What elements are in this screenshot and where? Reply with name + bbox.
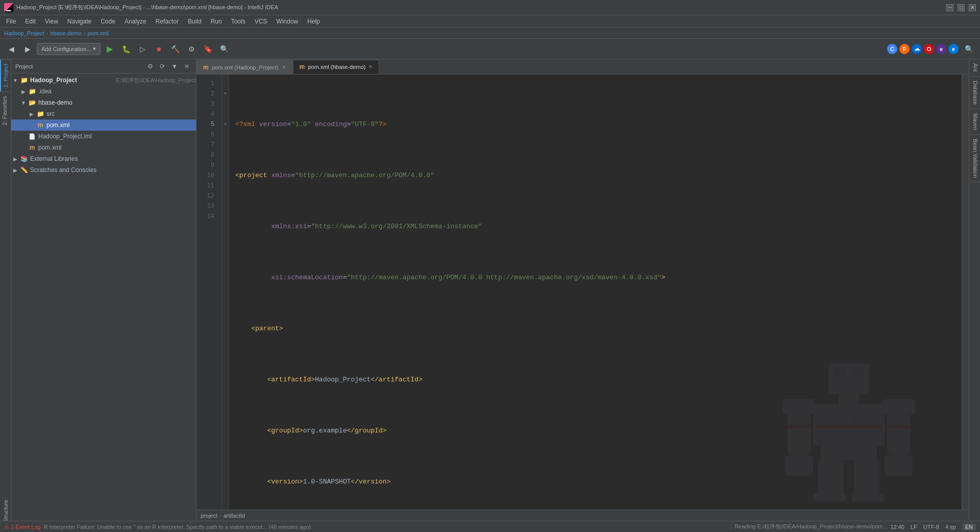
line-num-7: 7 xyxy=(197,140,217,150)
tab2-close-button[interactable]: ✕ xyxy=(369,64,373,69)
fold-11 xyxy=(222,181,229,191)
toolbar-settings-button[interactable]: ⚙ xyxy=(184,42,199,56)
status-indent[interactable]: 4 sp xyxy=(945,524,956,530)
line-num-9: 9 xyxy=(197,160,217,171)
tree-item-idea[interactable]: ▶ 📁 .idea xyxy=(11,86,196,97)
safari-icon[interactable]: ☁ xyxy=(912,44,922,54)
minimize-button[interactable]: ─ xyxy=(946,4,953,11)
chrome-icon[interactable]: C xyxy=(887,44,897,54)
menu-run[interactable]: Run xyxy=(207,17,226,26)
tab1-close-button[interactable]: ✕ xyxy=(282,64,286,70)
tree-arrow-scratch: ▶ xyxy=(11,167,19,173)
editor-right-gutter xyxy=(962,75,969,532)
tree-item-external-libs[interactable]: ▶ 📚 External Libraries xyxy=(11,153,196,164)
status-encoding[interactable]: UTF-8 xyxy=(923,524,939,530)
line-num-12: 12 xyxy=(197,191,217,201)
tree-item-src[interactable]: ▶ 📁 src xyxy=(11,108,196,119)
menu-help[interactable]: Help xyxy=(303,17,324,26)
tree-item-pom-root[interactable]: ▶ m pom.xml xyxy=(11,142,196,153)
event-log-label: Event Log xyxy=(15,524,41,530)
right-panel-tab-database[interactable]: Database xyxy=(969,77,980,109)
run-with-coverage-button[interactable]: ▷ xyxy=(135,42,150,56)
menu-code[interactable]: Code xyxy=(96,17,119,26)
tree-item-pom-selected[interactable]: ▶ m pom.xml xyxy=(11,119,196,131)
menu-file[interactable]: File xyxy=(2,17,20,26)
ie-icon[interactable]: e xyxy=(936,44,946,54)
breadcrumb-file[interactable]: pom.xml xyxy=(87,30,109,36)
editor-bc-artifactid[interactable]: artifactId xyxy=(224,513,245,519)
toolbar-build-button[interactable]: 🔨 xyxy=(168,42,182,56)
fold-6 xyxy=(222,130,229,140)
code-line-6: <artifactId>Hadoop_Project</artifactId> xyxy=(233,375,962,385)
line-num-8: 8 xyxy=(197,150,217,160)
fold-5[interactable]: ▼ xyxy=(222,119,229,130)
menu-vcs[interactable]: VCS xyxy=(251,17,272,26)
status-reading: Reading E:/程序包/IDEA/Hadoop_Project/hbase… xyxy=(734,523,887,530)
tree-item-hbase-demo[interactable]: ▼ 📂 hbase-demo xyxy=(11,97,196,108)
fold-12 xyxy=(222,191,229,201)
tree-label-iml: Hadoop_Project.iml xyxy=(38,133,196,140)
search-everywhere-button[interactable]: 🔍 xyxy=(962,42,976,56)
tree-item-hadoop-project[interactable]: ▼ 📁 Hadoop_Project E:\程序包\IDEA\Hadoop_Pr… xyxy=(11,75,196,86)
menu-view[interactable]: View xyxy=(41,17,62,26)
breadcrumb-project[interactable]: Hadoop_Project xyxy=(4,30,44,36)
right-panel-tab-bean[interactable]: Bean Validation xyxy=(969,135,980,182)
menu-analyze[interactable]: Analyze xyxy=(120,17,151,26)
fold-2[interactable]: ▼ xyxy=(222,89,229,99)
sidebar-gear-icon[interactable]: ⚙ xyxy=(145,61,155,71)
debug-button[interactable]: 🐛 xyxy=(119,42,133,56)
sidebar-close-icon[interactable]: ✕ xyxy=(182,61,192,71)
left-panel-tab-project[interactable]: 1: Project xyxy=(0,59,11,91)
fold-7 xyxy=(222,140,229,150)
toolbar-bookmark-button[interactable]: 🔖 xyxy=(201,42,215,56)
run-button[interactable]: ▶ xyxy=(103,42,117,56)
opera-icon[interactable]: O xyxy=(924,44,934,54)
firefox-icon[interactable]: F xyxy=(899,44,910,54)
menu-build[interactable]: Build xyxy=(184,17,206,26)
edge-icon[interactable]: e xyxy=(948,44,959,54)
tab-pom-hadoop[interactable]: m pom.xml (Hadoop_Project) ✕ xyxy=(197,60,292,74)
breadcrumb-module[interactable]: hbase-demo xyxy=(51,30,82,36)
status-message: R Interpreter Failure: Unable to use '' … xyxy=(44,524,727,530)
close-button[interactable]: ✕ xyxy=(969,4,976,11)
code-line-3: xmlns:xsi="http://www.w3.org/2001/XMLSch… xyxy=(233,222,962,232)
menu-tools[interactable]: Tools xyxy=(227,17,250,26)
project-folder-icon: 📁 xyxy=(19,77,29,84)
editor-bc-project[interactable]: project xyxy=(201,513,217,519)
sidebar-scroll-icon[interactable]: ⟳ xyxy=(157,61,167,71)
menu-refactor[interactable]: Refactor xyxy=(152,17,183,26)
fold-4 xyxy=(222,109,229,119)
menu-window[interactable]: Window xyxy=(272,17,302,26)
right-panel-tab-maven[interactable]: Maven xyxy=(969,109,980,135)
tree-item-hadoop-iml[interactable]: ▶ 📄 Hadoop_Project.iml xyxy=(11,131,196,142)
left-panel-tab-favorites[interactable]: 2: Favorites xyxy=(0,91,11,129)
git-branch-button[interactable]: EN xyxy=(962,523,976,530)
project-sidebar: Project ⚙ ⟳ ▼ ✕ ▼ 📁 Hadoop_Project E:\程序… xyxy=(11,59,197,532)
tab-pom-hbase[interactable]: m pom.xml (hbase-demo) ✕ xyxy=(293,60,380,74)
status-lf[interactable]: LF xyxy=(911,524,917,530)
tree-label-scratches: Scratches and Consoles xyxy=(30,166,196,174)
code-content[interactable]: <?xml version="1.0" encoding="UTF-8"?> <… xyxy=(229,75,962,532)
tree-item-scratches[interactable]: ▶ ✏️ Scratches and Consoles xyxy=(11,164,196,176)
toolbar-find-button[interactable]: 🔍 xyxy=(217,42,231,56)
toolbar-forward-button[interactable]: ▶ xyxy=(20,42,35,56)
stop-button[interactable]: ■ xyxy=(152,42,166,56)
browser-icons: C F ☁ O e e xyxy=(887,44,959,54)
code-editor[interactable]: 1 2 3 4 5 6 7 8 9 10 11 12 13 14 ▼ xyxy=(197,75,969,532)
line-numbers: 1 2 3 4 5 6 7 8 9 10 11 12 13 14 xyxy=(197,75,222,532)
toolbar-left: ◀ ▶ Add Configuration... ▾ ▶ 🐛 ▷ ■ 🔨 ⚙ 🔖… xyxy=(4,42,231,56)
line-num-6: 6 xyxy=(197,130,217,140)
line-num-13: 13 xyxy=(197,201,217,211)
tree-label-ext: External Libraries xyxy=(30,155,196,162)
line-num-11: 11 xyxy=(197,181,217,191)
toolbar-back-button[interactable]: ◀ xyxy=(4,42,18,56)
menu-navigate[interactable]: Navigate xyxy=(63,17,95,26)
intellij-logo xyxy=(4,3,13,12)
sidebar-collapse-icon[interactable]: ▼ xyxy=(169,61,180,71)
maximize-button[interactable]: □ xyxy=(958,4,965,11)
right-panel-tab-ant[interactable]: Ant xyxy=(969,59,980,77)
add-configuration-button[interactable]: Add Configuration... ▾ xyxy=(37,43,101,55)
error-indicator[interactable]: ⚠ 1 Event Log xyxy=(4,523,41,530)
folder-hbase-icon: 📂 xyxy=(28,99,37,106)
menu-edit[interactable]: Edit xyxy=(21,17,40,26)
